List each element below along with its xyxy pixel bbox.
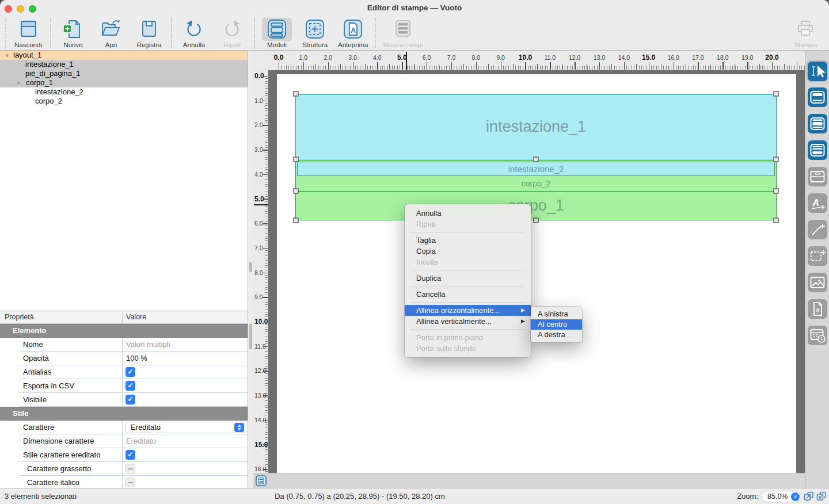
show-fields-icon [388, 18, 418, 41]
submenu-item-a-sinistra[interactable]: A sinistra [531, 309, 582, 319]
svg-text:#: # [816, 307, 819, 314]
zoom-fit-shrink-button[interactable] [816, 491, 827, 503]
zoom-fit-expand-button[interactable] [804, 491, 814, 503]
menu-item-annulla[interactable]: Annulla [405, 208, 531, 219]
menu-item-copia[interactable]: Copia [405, 246, 531, 257]
tree-row-intestazione-2[interactable]: intestazione_2 [0, 87, 248, 97]
toolbar-button-moduli[interactable]: Moduli [258, 18, 296, 48]
menu-item-duplica[interactable]: Duplica [405, 273, 531, 284]
property-row-italico: Carattere italico [0, 476, 248, 488]
selection-handle[interactable] [534, 157, 539, 162]
add-line-tool-button [808, 220, 827, 239]
toolbar-separator [254, 18, 255, 48]
chevron-down-icon[interactable]: ∨ [17, 78, 21, 87]
selection-handle[interactable] [774, 157, 779, 162]
menu-item-label: Allinea orizzontalmente... [416, 306, 500, 315]
italic-checkbox[interactable] [126, 478, 135, 487]
selection-handle[interactable] [294, 91, 299, 97]
print-icon [790, 18, 820, 41]
property-value-field[interactable]: 100 % [126, 352, 147, 365]
antialias-checkbox[interactable]: ✓ [126, 367, 135, 377]
ruler-h-ticks [279, 51, 805, 70]
tree-row-intestazione-1[interactable]: intestazione_1 [0, 60, 248, 69]
selection-handle[interactable] [774, 189, 779, 194]
selection-handle[interactable] [534, 218, 539, 223]
zoom-dropdown-chevron-icon[interactable]: ∨ [791, 492, 800, 501]
tree-scrollbar[interactable] [249, 262, 252, 272]
toolbar-button-label: Mostra campi [383, 41, 423, 48]
selection-handle[interactable] [774, 91, 779, 97]
property-label: Esporta in CSV [23, 379, 74, 392]
ruler-tick-label: 7.0 [254, 245, 263, 251]
zoom-value: 85.0% [767, 491, 788, 502]
add-band-footer-tool-button[interactable] [808, 140, 827, 160]
property-label: Stile carattere ereditato [23, 448, 100, 461]
property-value-field[interactable]: Valori multipli [126, 338, 170, 351]
band-mode-icon[interactable] [256, 475, 267, 488]
ruler-v-ticks [263, 76, 268, 473]
toolbar-button-struttura[interactable]: Struttura [296, 18, 334, 48]
toolbar-button-mostra-campi: Mostra campi [379, 18, 427, 48]
tree-row-layout-1[interactable]: ∨ layout_1 [0, 51, 248, 60]
menu-item-allinea-orizzontalmente[interactable]: Allinea orizzontalmente... ▶ [405, 305, 531, 316]
toolbar-button-nuovo[interactable]: Nuovo [54, 18, 92, 48]
submenu-arrow-icon: ▶ [521, 305, 525, 316]
menu-item-allinea-verticalmente[interactable]: Allinea verticalmente... ▶ [405, 316, 531, 327]
tree-row-label: intestazione_2 [35, 87, 83, 97]
add-band-header-tool-button[interactable] [808, 87, 827, 107]
report-page[interactable]: intestazione_1 intestazione_2 corpo_2 co… [277, 74, 796, 473]
selection-handle[interactable] [294, 218, 299, 223]
band-intestazione-1[interactable]: intestazione_1 [295, 94, 777, 159]
submenu-item-al-centro[interactable]: Al centro [531, 319, 582, 330]
selection-coordinates-status: Da (0.75, 0.75) a (20.25, 28.95) - (19.5… [253, 492, 466, 501]
bold-checkbox[interactable] [126, 464, 135, 474]
font-dropdown[interactable]: Ereditato [125, 422, 245, 433]
section-elemento: Elemento [0, 324, 248, 338]
property-label: Dimensione carattere [23, 434, 94, 448]
add-page-number-tool-button: # [808, 299, 827, 319]
selection-handle[interactable] [294, 189, 299, 194]
selection-handle[interactable] [774, 218, 779, 223]
add-band-body-tool-button[interactable] [808, 114, 827, 133]
visible-checkbox[interactable]: ✓ [126, 395, 135, 404]
properties-scrollbar[interactable] [249, 324, 252, 349]
toolbar-button-anteprima[interactable]: A Anteprima [334, 18, 372, 48]
add-rectangle-tool-button [808, 246, 827, 266]
property-value-field[interactable]: Ereditato [126, 434, 156, 448]
selection-handle[interactable] [294, 157, 299, 162]
toolbar-button-registra[interactable]: Registra [130, 18, 168, 48]
band-corpo-1[interactable]: intestazione_2 corpo_2 corpo_1 [295, 160, 777, 220]
toolbar-button-apri[interactable]: Apri [92, 18, 130, 48]
menu-item-cancella[interactable]: Cancella [405, 289, 531, 300]
tree-row-corpo-1[interactable]: ∨ corpo_1 [0, 78, 248, 87]
titlebar: Editor di stampe — Vuoto [0, 0, 829, 16]
layout-tree: ∨ layout_1 intestazione_1 pié_di_pagina_… [0, 51, 248, 311]
property-label: Carattere [23, 421, 54, 434]
menu-item-ripeti: Ripeti [405, 219, 531, 230]
toolbar-button-nascondi[interactable]: Nascondi [9, 18, 47, 48]
menu-item-taglia[interactable]: Taglia [405, 235, 531, 246]
print-editor-window: Editor di stampe — Vuoto Nascondi Nuo [0, 0, 829, 504]
menu-separator [405, 230, 531, 235]
inherited-style-checkbox[interactable]: ✓ [126, 450, 135, 460]
menu-separator [405, 284, 531, 289]
tree-row-pie-di-pagina-1[interactable]: pié_di_pagina_1 [0, 69, 248, 78]
submenu-item-a-destra[interactable]: A destra [531, 330, 582, 340]
zoom-field[interactable]: 85.0% ∨ [761, 491, 801, 502]
band-corpo-2[interactable]: corpo_2 [296, 176, 776, 192]
tree-row-corpo-2[interactable]: corpo_2 [0, 97, 248, 106]
selection-tool-button[interactable] [808, 62, 827, 81]
menu-item-incolla: Incolla [405, 257, 531, 268]
section-stile: Stile [0, 407, 248, 421]
undo-icon [179, 18, 209, 41]
drag-handle-dots[interactable]: ····· [805, 50, 829, 56]
panel-splitter[interactable] [249, 51, 253, 488]
menu-item-label: Allinea verticalmente... [416, 317, 492, 326]
export-csv-checkbox[interactable]: ✓ [126, 381, 135, 391]
chevron-down-icon[interactable]: ∨ [5, 51, 9, 60]
band-intestazione-2[interactable]: intestazione_2 [297, 162, 775, 176]
property-label: Carattere italico [27, 476, 79, 488]
toolbar-button-annulla[interactable]: Annulla [175, 18, 213, 48]
add-image-tool-button [808, 273, 827, 292]
dropdown-arrows-icon [234, 423, 244, 432]
